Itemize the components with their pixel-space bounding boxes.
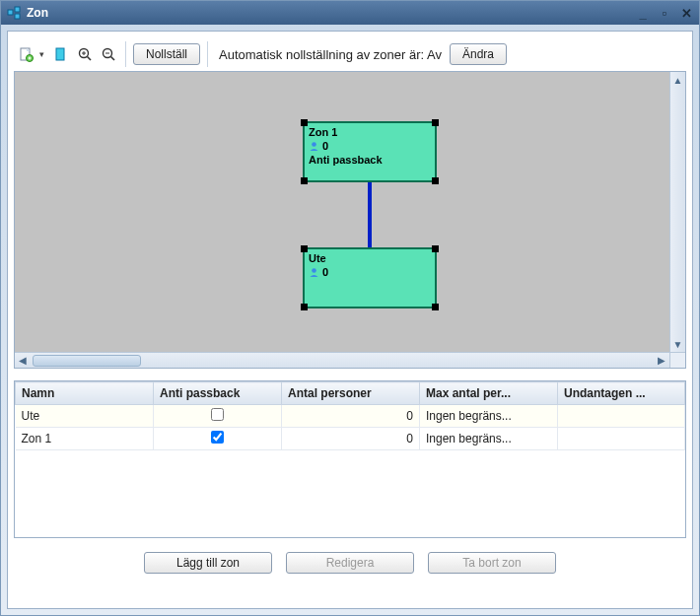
- col-exempt[interactable]: Undantagen ...: [558, 382, 685, 405]
- svg-point-13: [312, 142, 316, 147]
- auto-reset-status: Automatisk nollställning av zoner är: Av: [215, 47, 446, 62]
- zone-table[interactable]: Namn Anti passback Antal personer Max an…: [15, 381, 685, 450]
- scroll-track[interactable]: [31, 353, 654, 368]
- change-button[interactable]: Ändra: [450, 43, 507, 65]
- scroll-corner: [669, 353, 685, 368]
- resize-handle[interactable]: [301, 177, 308, 184]
- cell-anti-passback: [154, 405, 282, 428]
- cell-max: Ingen begräns...: [420, 428, 558, 450]
- col-count[interactable]: Antal personer: [282, 382, 420, 405]
- zone-count: 0: [322, 139, 328, 153]
- svg-rect-1: [15, 7, 20, 12]
- scroll-down-icon[interactable]: ▼: [670, 336, 685, 352]
- close-button[interactable]: ✕: [677, 5, 695, 21]
- zone-icon[interactable]: [51, 44, 71, 64]
- cell-name: Zon 1: [16, 428, 154, 450]
- reset-button[interactable]: Nollställ: [133, 43, 200, 65]
- resize-handle[interactable]: [432, 119, 439, 126]
- resize-handle[interactable]: [432, 177, 439, 184]
- zoom-in-icon[interactable]: [75, 44, 95, 64]
- titlebar[interactable]: Zon _ ▫ ✕: [1, 1, 699, 25]
- cell-count: 0: [282, 405, 420, 428]
- new-page-icon[interactable]: [16, 44, 35, 64]
- zone-count-row: 0: [309, 265, 431, 279]
- app-icon: [7, 6, 21, 20]
- svg-point-14: [312, 268, 316, 273]
- delete-zone-button[interactable]: Ta bort zon: [428, 552, 556, 574]
- toolbar-separator: [207, 41, 208, 67]
- anti-passback-checkbox[interactable]: [211, 408, 224, 421]
- vertical-scrollbar[interactable]: ▲ ▼: [669, 72, 685, 352]
- zone-name: Zon 1: [309, 125, 431, 139]
- zone-name: Ute: [309, 251, 431, 265]
- footer-buttons: Lägg till zon Redigera Ta bort zon: [14, 538, 686, 582]
- table-row[interactable]: Ute 0 Ingen begräns...: [16, 405, 685, 428]
- resize-handle[interactable]: [301, 119, 308, 126]
- horizontal-scrollbar[interactable]: ◀ ▶: [15, 352, 685, 368]
- toolbar: ▾ Nollställ Automatisk nollställning av …: [14, 37, 686, 71]
- new-dropdown-icon[interactable]: ▾: [39, 49, 47, 59]
- svg-rect-5: [56, 48, 64, 60]
- resize-handle[interactable]: [432, 245, 439, 252]
- svg-line-7: [88, 57, 92, 61]
- scroll-left-icon[interactable]: ◀: [15, 353, 31, 368]
- anti-passback-checkbox[interactable]: [211, 431, 224, 444]
- zone-connector: [368, 182, 372, 249]
- resize-handle[interactable]: [301, 245, 308, 252]
- zone-anti-passback: Anti passback: [309, 153, 431, 167]
- zoom-out-icon[interactable]: [99, 44, 118, 64]
- zone-box-zon1[interactable]: Zon 1 0 Anti passback: [303, 121, 437, 182]
- person-icon: [309, 141, 319, 152]
- scroll-up-icon[interactable]: ▲: [670, 72, 685, 88]
- zone-window: Zon _ ▫ ✕ ▾ Nollställ Automatisk no: [0, 0, 700, 616]
- table-header-row: Namn Anti passback Antal personer Max an…: [16, 382, 685, 405]
- cell-name: Ute: [16, 405, 154, 428]
- svg-rect-0: [8, 10, 13, 15]
- resize-handle[interactable]: [432, 304, 439, 310]
- svg-line-11: [111, 57, 115, 61]
- person-icon: [309, 267, 319, 278]
- col-anti-passback[interactable]: Anti passback: [154, 382, 282, 405]
- window-controls: _ ▫ ✕: [634, 5, 695, 21]
- scroll-thumb[interactable]: [33, 355, 141, 367]
- zone-canvas[interactable]: Zon 1 0 Anti passback: [15, 72, 669, 352]
- cell-anti-passback: [154, 428, 282, 450]
- canvas-scrollarea: Zon 1 0 Anti passback: [15, 72, 685, 352]
- canvas-container: Zon 1 0 Anti passback: [14, 71, 686, 369]
- table-row[interactable]: Zon 1 0 Ingen begräns...: [16, 428, 685, 450]
- add-zone-button[interactable]: Lägg till zon: [144, 552, 272, 574]
- cell-max: Ingen begräns...: [420, 405, 558, 428]
- svg-rect-2: [15, 14, 20, 19]
- col-max[interactable]: Max antal per...: [420, 382, 558, 405]
- resize-handle[interactable]: [301, 304, 308, 310]
- toolbar-separator: [125, 41, 126, 67]
- cell-exempt: [558, 428, 685, 450]
- zone-count-row: 0: [309, 139, 431, 153]
- cell-exempt: [558, 405, 685, 428]
- body-panel: ▾ Nollställ Automatisk nollställning av …: [7, 31, 693, 609]
- edit-zone-button[interactable]: Redigera: [286, 552, 414, 574]
- maximize-button[interactable]: ▫: [656, 5, 673, 21]
- cell-count: 0: [282, 428, 420, 450]
- zone-table-container: Namn Anti passback Antal personer Max an…: [14, 380, 686, 538]
- window-title: Zon: [27, 6, 634, 20]
- minimize-button[interactable]: _: [634, 5, 652, 21]
- scroll-right-icon[interactable]: ▶: [654, 353, 669, 368]
- zone-count: 0: [322, 265, 328, 279]
- zone-box-ute[interactable]: Ute 0: [303, 247, 437, 308]
- col-name[interactable]: Namn: [16, 382, 154, 405]
